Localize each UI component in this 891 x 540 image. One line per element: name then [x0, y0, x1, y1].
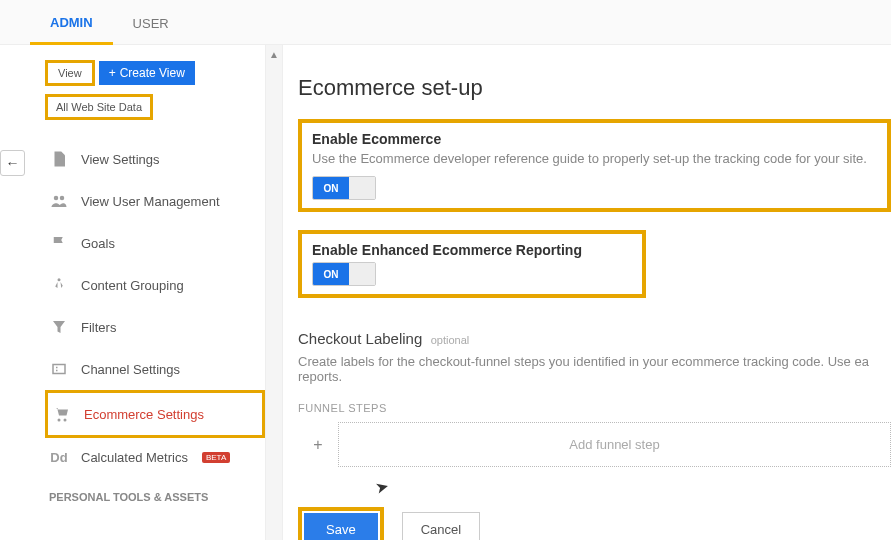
sidebar-item-label: Content Grouping: [81, 278, 184, 293]
enable-ecommerce-card: Enable Ecommerce Use the Ecommerce devel…: [298, 119, 891, 212]
action-row: Save Cancel: [298, 507, 891, 540]
main-content: Ecommerce set-up Enable Ecommerce Use th…: [283, 45, 891, 540]
channel-icon: [49, 360, 69, 378]
svg-rect-3: [53, 365, 65, 374]
page-title: Ecommerce set-up: [298, 75, 891, 101]
all-web-site-data[interactable]: All Web Site Data: [45, 94, 153, 120]
arrow-left-icon: ←: [6, 155, 20, 171]
svg-point-2: [58, 278, 61, 281]
sidebar-section-label: PERSONAL TOOLS & ASSETS: [45, 491, 265, 503]
enable-ecommerce-title: Enable Ecommerce: [312, 131, 877, 147]
sidebar-nav: View Settings View User Management Goals…: [45, 138, 265, 477]
sidebar-item-label: Channel Settings: [81, 362, 180, 377]
cancel-button[interactable]: Cancel: [402, 512, 480, 540]
checkout-subtitle: Create labels for the checkout-funnel st…: [298, 354, 891, 384]
add-funnel-plus-icon[interactable]: +: [298, 436, 338, 454]
svg-point-1: [60, 196, 65, 201]
person-run-icon: [49, 276, 69, 294]
filter-icon: [49, 318, 69, 336]
toggle-on-label: ON: [313, 177, 349, 199]
toggle-off-space: [349, 263, 375, 285]
sidebar-item-filters[interactable]: Filters: [45, 306, 265, 348]
enhanced-ecommerce-toggle[interactable]: ON: [312, 262, 376, 286]
flag-icon: [49, 234, 69, 252]
sidebar-item-label: Ecommerce Settings: [84, 407, 204, 422]
users-icon: [49, 192, 69, 210]
sidebar-item-label: View Settings: [81, 152, 160, 167]
svg-point-0: [54, 196, 59, 201]
sidebar-item-goals[interactable]: Goals: [45, 222, 265, 264]
view-label[interactable]: View: [45, 60, 95, 86]
save-highlight: Save: [298, 507, 384, 540]
enhanced-title: Enable Enhanced Ecommerce Reporting: [312, 242, 582, 258]
sidebar-item-label: Calculated Metrics: [81, 450, 188, 465]
sidebar-item-label: Filters: [81, 320, 116, 335]
sidebar-item-calculated-metrics[interactable]: Dd Calculated Metrics BETA: [45, 438, 265, 477]
funnel-steps-label: FUNNEL STEPS: [298, 402, 891, 414]
page-icon: [49, 150, 69, 168]
plus-icon: +: [109, 66, 116, 80]
optional-label: optional: [431, 334, 470, 346]
create-view-button[interactable]: + Create View: [99, 61, 195, 85]
create-view-label: Create View: [120, 66, 185, 80]
beta-badge: BETA: [202, 452, 230, 463]
enable-ecommerce-toggle[interactable]: ON: [312, 176, 376, 200]
toggle-on-label: ON: [313, 263, 349, 285]
scrollbar[interactable]: ▲: [265, 45, 283, 540]
tab-user[interactable]: USER: [113, 1, 189, 43]
checkout-title: Checkout Labeling: [298, 330, 422, 347]
top-tabs: ADMIN USER: [0, 0, 891, 45]
sidebar-item-ecommerce-settings[interactable]: Ecommerce Settings: [45, 390, 265, 438]
sidebar-item-view-settings[interactable]: View Settings: [45, 138, 265, 180]
sidebar-item-label: View User Management: [81, 194, 220, 209]
sidebar-item-channel-settings[interactable]: Channel Settings: [45, 348, 265, 390]
add-funnel-step-box[interactable]: Add funnel step: [338, 422, 891, 467]
sidebar-item-label: Goals: [81, 236, 115, 251]
dd-icon: Dd: [49, 450, 69, 465]
sidebar-item-content-grouping[interactable]: Content Grouping: [45, 264, 265, 306]
enable-ecommerce-subtitle: Use the Ecommerce developer reference gu…: [312, 151, 877, 166]
toggle-off-space: [349, 177, 375, 199]
collapse-button[interactable]: ←: [0, 150, 25, 176]
sidebar: View + Create View All Web Site Data Vie…: [25, 45, 265, 540]
funnel-row: + Add funnel step: [298, 422, 891, 467]
scroll-up-icon[interactable]: ▲: [269, 49, 279, 60]
tab-admin[interactable]: ADMIN: [30, 0, 113, 45]
cart-icon: [52, 405, 72, 423]
enhanced-ecommerce-card: Enable Enhanced Ecommerce Reporting ON: [298, 230, 646, 298]
sidebar-item-user-management[interactable]: View User Management: [45, 180, 265, 222]
collapse-column: ←: [0, 45, 25, 540]
save-button[interactable]: Save: [304, 513, 378, 540]
